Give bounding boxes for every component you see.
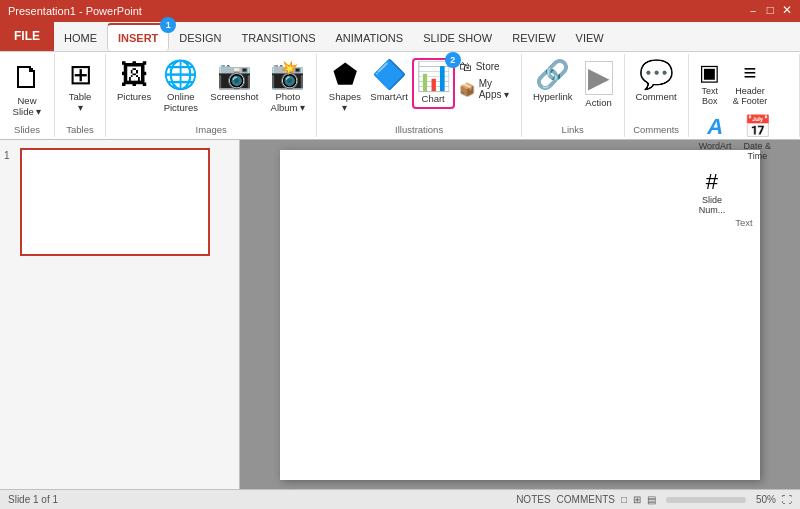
images-group-label: Images (196, 124, 227, 135)
slide-panel[interactable]: 1 (0, 140, 240, 489)
date-time-label: Date &Time (744, 141, 772, 161)
header-footer-label: Header& Footer (733, 86, 768, 106)
online-pictures-button[interactable]: 🌐 OnlinePictures (158, 58, 203, 116)
slides-group-label: Slides (14, 124, 40, 135)
store-label: Store (476, 61, 500, 72)
addins-section: 🛍 Store 📦 My Apps ▾ (457, 58, 515, 101)
main-area: 1 (0, 140, 800, 489)
date-time-icon: 📅 (744, 114, 771, 140)
tables-group-label: Tables (66, 124, 93, 135)
tab-home[interactable]: HOME (54, 25, 107, 51)
badge-2: 2 (445, 52, 461, 68)
textbox-button[interactable]: ▣ TextBox (695, 58, 725, 108)
tab-file[interactable]: FILE (0, 21, 54, 51)
comment-button[interactable]: 💬 Comment (631, 58, 682, 105)
ribbon-tabs: FILE HOME INSERT 1 DESIGN TRANSITIONS AN… (0, 22, 800, 52)
smartart-icon: 🔷 (372, 61, 407, 89)
images-buttons: 🖼 Pictures 🌐 OnlinePictures 📷 Screenshot… (112, 58, 310, 124)
textbox-label: TextBox (701, 86, 718, 106)
table-icon: ⊞ (69, 61, 92, 89)
tab-view[interactable]: VIEW (566, 25, 614, 51)
smartart-label: SmartArt (370, 91, 407, 102)
illustrations-group-label: Illustrations (395, 124, 443, 135)
fit-slide-icon[interactable]: ⛶ (782, 494, 792, 505)
ribbon-group-illustrations: ⬟ Shapes ▾ 🔷 SmartArt 2 📊 Chart 🛍 Store … (317, 54, 522, 137)
photo-album-button[interactable]: 📸 PhotoAlbum ▾ (265, 58, 310, 116)
hyperlink-label: Hyperlink (533, 91, 573, 102)
shapes-label: Shapes ▾ (328, 91, 361, 113)
wordart-button[interactable]: A WordArt (695, 112, 736, 152)
pictures-button[interactable]: 🖼 Pictures (112, 58, 156, 105)
store-button[interactable]: 🛍 Store (457, 58, 515, 75)
hyperlink-button[interactable]: 🔗 Hyperlink (528, 58, 578, 105)
header-footer-button[interactable]: ≡ Header& Footer (729, 58, 772, 108)
slides-buttons: 🗋 NewSlide ▾ (6, 58, 48, 124)
tab-slideshow[interactable]: SLIDE SHOW (413, 25, 502, 51)
hyperlink-icon: 🔗 (535, 61, 570, 89)
comments-group-label: Comments (633, 124, 679, 135)
zoom-slider[interactable] (666, 497, 746, 503)
slide-thumbnail-wrapper: 1 (4, 148, 235, 256)
my-apps-label: My Apps ▾ (479, 78, 513, 100)
ribbon-group-images: 🖼 Pictures 🌐 OnlinePictures 📷 Screenshot… (106, 54, 317, 137)
tab-design[interactable]: DESIGN (169, 25, 231, 51)
action-icon: ▶ (585, 61, 613, 95)
illustrations-buttons: ⬟ Shapes ▾ 🔷 SmartArt 2 📊 Chart 🛍 Store … (323, 58, 515, 124)
text-buttons: ▣ TextBox ≡ Header& Footer A WordArt 📅 D… (695, 58, 793, 217)
online-pictures-label: OnlinePictures (164, 91, 198, 113)
my-apps-button[interactable]: 📦 My Apps ▾ (457, 77, 515, 101)
ribbon-group-tables: ⊞ Table ▾ Tables (55, 54, 106, 137)
pictures-icon: 🖼 (120, 61, 148, 89)
comment-label: Comment (636, 91, 677, 102)
ribbon-group-slides: 🗋 NewSlide ▾ Slides (0, 54, 55, 137)
chart-icon: 📊 (416, 63, 451, 91)
close-icon[interactable]: ✕ (782, 3, 792, 20)
table-label: Table ▾ (66, 91, 94, 113)
tab-review[interactable]: REVIEW (502, 25, 565, 51)
normal-view-icon[interactable]: □ (621, 494, 627, 505)
status-bar: Slide 1 of 1 NOTES COMMENTS □ ⊞ ▤ 50% ⛶ (0, 489, 800, 509)
chart-button[interactable]: 2 📊 Chart (412, 58, 455, 109)
tab-animations[interactable]: ANIMATIONS (325, 25, 413, 51)
slide-sorter-icon[interactable]: ⊞ (633, 494, 641, 505)
notes-button[interactable]: NOTES (516, 494, 550, 505)
photo-album-label: PhotoAlbum ▾ (271, 91, 306, 113)
shapes-button[interactable]: ⬟ Shapes ▾ (323, 58, 366, 116)
tab-transitions[interactable]: TRANSITIONS (232, 25, 326, 51)
reading-view-icon[interactable]: ▤ (647, 494, 656, 505)
slide-number-button[interactable]: # SlideNum... (695, 167, 730, 217)
slide-main[interactable] (280, 150, 760, 480)
screenshot-button[interactable]: 📷 Screenshot (205, 58, 263, 105)
action-button[interactable]: ▶ Action (580, 58, 618, 111)
slide-number: 1 (4, 150, 16, 161)
slide-info: Slide 1 of 1 (8, 494, 58, 505)
tab-insert[interactable]: INSERT 1 (107, 23, 169, 51)
new-slide-icon: 🗋 (11, 61, 43, 93)
title-bar: Presentation1 - PowerPoint － □ ✕ (0, 0, 800, 22)
online-pictures-icon: 🌐 (163, 61, 198, 89)
action-label: Action (585, 97, 611, 108)
new-slide-label: NewSlide ▾ (13, 95, 42, 117)
date-time-button[interactable]: 📅 Date &Time (740, 112, 776, 162)
smartart-button[interactable]: 🔷 SmartArt (369, 58, 410, 105)
text-group-label: Text (735, 217, 752, 228)
table-button[interactable]: ⊞ Table ▾ (61, 58, 99, 116)
minimize-icon[interactable]: － (747, 3, 759, 20)
slide-number-label: SlideNum... (699, 195, 726, 215)
shapes-icon: ⬟ (333, 61, 357, 89)
maximize-icon[interactable]: □ (767, 3, 774, 20)
comment-icon: 💬 (639, 61, 674, 89)
screenshot-label: Screenshot (210, 91, 258, 102)
chart-label: Chart (422, 93, 445, 104)
ribbon-group-text: ▣ TextBox ≡ Header& Footer A WordArt 📅 D… (689, 54, 800, 137)
ribbon-group-links: 🔗 Hyperlink ▶ Action Links (522, 54, 625, 137)
pictures-label: Pictures (117, 91, 151, 102)
textbox-icon: ▣ (699, 60, 720, 86)
window-controls[interactable]: － □ ✕ (747, 3, 792, 20)
comments-status-button[interactable]: COMMENTS (557, 494, 615, 505)
slide-thumbnail[interactable] (20, 148, 210, 256)
screenshot-icon: 📷 (217, 61, 252, 89)
ribbon-group-comments: 💬 Comment Comments (625, 54, 689, 137)
new-slide-button[interactable]: 🗋 NewSlide ▾ (6, 58, 48, 120)
header-footer-icon: ≡ (744, 60, 757, 86)
